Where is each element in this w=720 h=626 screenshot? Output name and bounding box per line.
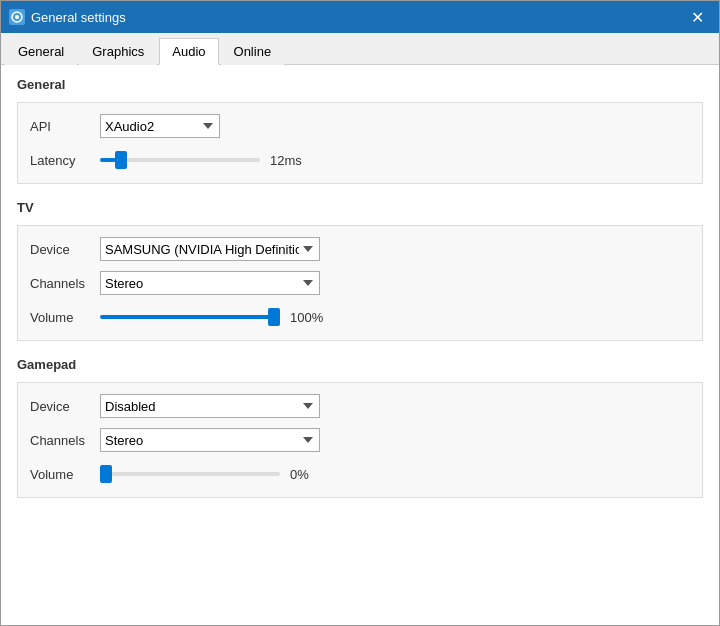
gamepad-channels-control: Stereo Mono 5.1 Surround 7.1 Surround bbox=[100, 428, 690, 452]
gamepad-volume-value: 0% bbox=[290, 467, 330, 482]
gamepad-device-row: Device Disabled Default bbox=[30, 393, 690, 419]
svg-point-1 bbox=[15, 15, 19, 19]
tv-channels-row: Channels Stereo Mono 5.1 Surround 7.1 Su… bbox=[30, 270, 690, 296]
tv-volume-label: Volume bbox=[30, 310, 100, 325]
general-section-title: General bbox=[17, 77, 703, 94]
api-row: API XAudio2 DirectSound OpenAL bbox=[30, 113, 690, 139]
tv-channels-label: Channels bbox=[30, 276, 100, 291]
tab-online[interactable]: Online bbox=[221, 38, 285, 65]
app-icon bbox=[9, 9, 25, 25]
gamepad-device-label: Device bbox=[30, 399, 100, 414]
tv-volume-value: 100% bbox=[290, 310, 330, 325]
general-section-body: API XAudio2 DirectSound OpenAL Latency bbox=[17, 102, 703, 184]
tv-volume-control: 100% bbox=[100, 310, 690, 325]
tv-device-row: Device SAMSUNG (NVIDIA High Definitio bbox=[30, 236, 690, 262]
tv-volume-row: Volume 100% bbox=[30, 304, 690, 330]
close-button[interactable]: ✕ bbox=[683, 3, 711, 31]
gamepad-section-title: Gamepad bbox=[17, 357, 703, 374]
gamepad-device-select[interactable]: Disabled Default bbox=[100, 394, 320, 418]
latency-slider[interactable] bbox=[100, 158, 260, 162]
tv-section-title: TV bbox=[17, 200, 703, 217]
latency-value: 12ms bbox=[270, 153, 310, 168]
tv-channels-control: Stereo Mono 5.1 Surround 7.1 Surround bbox=[100, 271, 690, 295]
tv-device-label: Device bbox=[30, 242, 100, 257]
main-window: General settings ✕ General Graphics Audi… bbox=[0, 0, 720, 626]
gamepad-channels-label: Channels bbox=[30, 433, 100, 448]
tv-section-body: Device SAMSUNG (NVIDIA High Definitio Ch… bbox=[17, 225, 703, 341]
tv-section: TV Device SAMSUNG (NVIDIA High Definitio… bbox=[17, 200, 703, 341]
gamepad-volume-control: 0% bbox=[100, 467, 690, 482]
window-title: General settings bbox=[31, 10, 683, 25]
tab-general[interactable]: General bbox=[5, 38, 77, 65]
tab-audio[interactable]: Audio bbox=[159, 38, 218, 65]
latency-label: Latency bbox=[30, 153, 100, 168]
api-select[interactable]: XAudio2 DirectSound OpenAL bbox=[100, 114, 220, 138]
general-section: General API XAudio2 DirectSound OpenAL bbox=[17, 77, 703, 184]
gamepad-section-body: Device Disabled Default Channels Stereo bbox=[17, 382, 703, 498]
gamepad-volume-slider[interactable] bbox=[100, 472, 280, 476]
latency-row: Latency 12ms bbox=[30, 147, 690, 173]
tab-bar: General Graphics Audio Online bbox=[1, 33, 719, 65]
gamepad-channels-row: Channels Stereo Mono 5.1 Surround 7.1 Su… bbox=[30, 427, 690, 453]
gamepad-channels-select[interactable]: Stereo Mono 5.1 Surround 7.1 Surround bbox=[100, 428, 320, 452]
api-control: XAudio2 DirectSound OpenAL bbox=[100, 114, 690, 138]
api-label: API bbox=[30, 119, 100, 134]
tab-graphics[interactable]: Graphics bbox=[79, 38, 157, 65]
tv-volume-slider[interactable] bbox=[100, 315, 280, 319]
gamepad-volume-row: Volume 0% bbox=[30, 461, 690, 487]
gamepad-volume-label: Volume bbox=[30, 467, 100, 482]
tv-device-control: SAMSUNG (NVIDIA High Definitio bbox=[100, 237, 690, 261]
latency-control: 12ms bbox=[100, 153, 690, 168]
title-bar: General settings ✕ bbox=[1, 1, 719, 33]
gamepad-section: Gamepad Device Disabled Default Channels bbox=[17, 357, 703, 498]
tv-device-select[interactable]: SAMSUNG (NVIDIA High Definitio bbox=[100, 237, 320, 261]
tv-channels-select[interactable]: Stereo Mono 5.1 Surround 7.1 Surround bbox=[100, 271, 320, 295]
gamepad-device-control: Disabled Default bbox=[100, 394, 690, 418]
content-area: General API XAudio2 DirectSound OpenAL bbox=[1, 65, 719, 625]
